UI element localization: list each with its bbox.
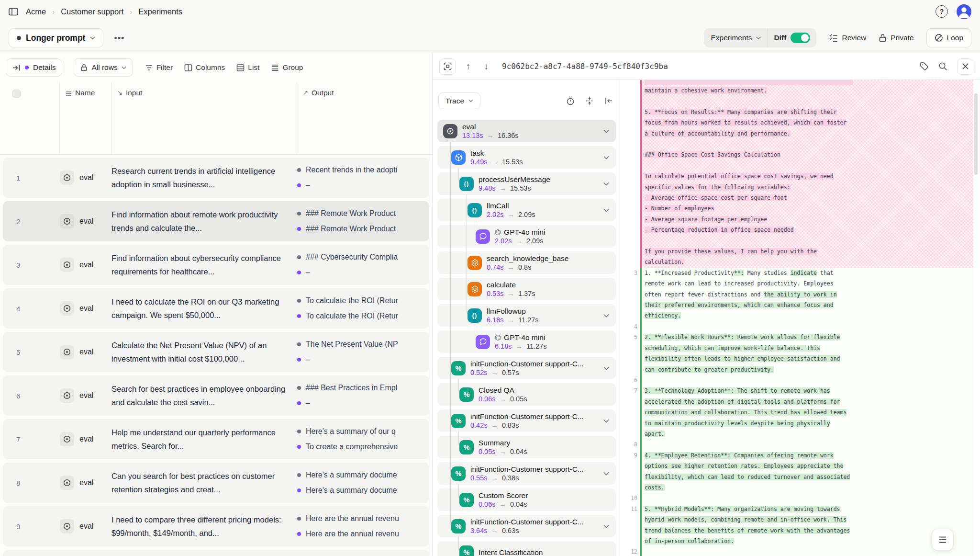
group-button[interactable]: Group [271, 63, 303, 72]
diff-line-text [645, 375, 853, 386]
output-text: – [306, 181, 310, 190]
trace-span-row[interactable]: ⌬ GPT-4o mini 6.18s → 11.27s [437, 330, 616, 353]
collapse-left-icon[interactable] [604, 97, 613, 105]
diff-line-text [645, 236, 853, 246]
trace-span-row[interactable]: ⌬ task 9.49s → 15.53s [437, 146, 616, 169]
table-row[interactable]: 6 eval Search for best practices in empl… [3, 375, 429, 416]
group-icon [271, 64, 279, 72]
output-text: – [306, 399, 310, 408]
column-label: Input [126, 89, 142, 97]
span-duration-comparison: 0.04s [510, 500, 527, 509]
diff-line: 10 [620, 493, 973, 503]
sidebar-toggle-icon[interactable] [9, 8, 18, 16]
table-row[interactable]: 4 eval I need to calculate the ROI on ou… [3, 288, 429, 329]
output-line: Here's a summary of our q [297, 427, 429, 436]
chevron-down-icon[interactable] [603, 314, 609, 318]
trace-span-row[interactable]: () ⌬ processUserMessage 9.48s → 15.53s [437, 172, 616, 195]
trace-span-row[interactable]: % ⌬ Closed QA 0.06s → 0.05s [437, 383, 616, 406]
chevron-down-icon[interactable] [603, 129, 609, 133]
table-row[interactable]: 5 eval Calculate the Net Present Value (… [3, 332, 429, 372]
trace-span-row[interactable]: ⌬ search_knowledge_base 0.74s → 0.8s [437, 251, 616, 274]
openai-icon: ⌬ [495, 333, 501, 342]
trace-span-row[interactable]: ⌬ eval 13.13s → 16.36s [437, 120, 616, 142]
table-toolbar: Details All rows Filter Columns [0, 53, 432, 82]
chevron-down-icon[interactable] [603, 524, 609, 528]
collapse-vertical-icon[interactable] [585, 96, 594, 105]
breadcrumb-section[interactable]: Experiments [138, 7, 182, 16]
help-icon[interactable]: ? [935, 5, 948, 18]
table-row[interactable]: 7 eval Help me understand our quarterly … [3, 419, 429, 459]
trace-span-row[interactable]: ⌬ GPT-4o mini 2.02s → 2.09s [437, 225, 616, 248]
review-button[interactable]: Review [829, 34, 866, 42]
breadcrumb: Acme › Customer support › Experiments [26, 7, 182, 16]
diff-line: If you provide these values, I can help … [620, 246, 973, 257]
select-all-checkbox[interactable] [12, 90, 21, 98]
span-type-icon [476, 335, 490, 349]
diff-toggle[interactable] [791, 33, 810, 43]
table-row[interactable]: 2 eval Find information about remote wor… [3, 201, 429, 241]
chevron-down-icon[interactable] [603, 156, 609, 159]
output-line: – [297, 268, 429, 277]
output-text: Here are the annual revenu [306, 530, 399, 538]
table-row[interactable]: 1 eval Research current trends in artifi… [3, 158, 429, 198]
experiment-selector[interactable]: Longer prompt [9, 28, 103, 47]
output-line: – [297, 181, 429, 190]
expand-trace-button[interactable] [439, 58, 456, 75]
rows-filter-button[interactable]: All rows [74, 58, 133, 77]
table-row[interactable]: 10 eval Research industry standards for … [3, 550, 429, 556]
outline-button[interactable] [932, 529, 954, 551]
trace-span-row[interactable]: % ⌬ initFunction-Customer support-C... 0… [437, 357, 616, 379]
diff-line-number [620, 193, 637, 203]
view-switcher[interactable]: Experiments [704, 34, 767, 42]
table-row[interactable]: 9 eval I need to compare three different… [3, 506, 429, 546]
prev-row-icon[interactable]: ↑ [463, 61, 474, 72]
list-button[interactable]: List [236, 63, 259, 72]
breadcrumb-project[interactable]: Customer support [61, 7, 123, 16]
loop-button[interactable]: Loop [926, 28, 971, 47]
more-options-icon[interactable]: ••• [110, 30, 128, 46]
trace-span-row[interactable]: () ⌬ llmCall 2.02s → 2.09s [437, 199, 616, 221]
private-button[interactable]: Private [879, 34, 913, 42]
chevron-down-icon[interactable] [603, 208, 609, 212]
chevron-down-icon[interactable] [603, 182, 609, 186]
column-header-input[interactable]: ↘ Input [111, 82, 297, 154]
diff-line: 8 [620, 439, 973, 450]
group-label: Group [282, 63, 303, 72]
table-row[interactable]: 3 eval Find information about cybersecur… [3, 245, 429, 285]
breadcrumb-org[interactable]: Acme [26, 7, 46, 16]
details-button[interactable]: Details [6, 58, 62, 77]
filter-button[interactable]: Filter [145, 63, 173, 72]
diff-line-text [645, 96, 853, 106]
arrow-right-icon: → [491, 421, 498, 430]
diff-line-number [620, 139, 637, 149]
span-durations: 2.02s → 2.09s [487, 210, 535, 219]
trace-span-row[interactable]: % ⌬ initFunction-Customer support-C... 3… [437, 515, 616, 537]
column-header-name[interactable]: Name [60, 82, 111, 154]
trace-span-row[interactable]: % ⌬ initFunction-Customer support-C... 0… [437, 409, 616, 432]
table-row[interactable]: 8 eval Can you search for best practices… [3, 463, 429, 503]
trace-span-row[interactable]: % ⌬ Summary 0.05s → 0.04s [437, 436, 616, 458]
column-header-output[interactable]: ↗ Output [297, 82, 432, 154]
trace-span-row[interactable]: % ⌬ Custom Scorer 0.06s → 0.04s [437, 488, 616, 511]
private-label: Private [891, 34, 913, 42]
trace-span-row[interactable]: () ⌬ llmFollowup 6.18s → 11.27s [437, 304, 616, 327]
chevron-down-icon[interactable] [603, 472, 609, 476]
chevron-down-icon[interactable] [603, 366, 609, 370]
span-type-icon [451, 150, 466, 165]
table-header: Name ↘ Input ↗ Output [0, 82, 432, 155]
close-icon[interactable] [957, 58, 973, 75]
trace-span-row[interactable]: % ⌬ initFunction-Customer support-C... 0… [437, 462, 616, 485]
avatar[interactable] [957, 4, 971, 19]
search-icon[interactable] [938, 62, 947, 71]
tag-icon[interactable] [920, 62, 929, 71]
next-row-icon[interactable]: ↓ [481, 61, 492, 72]
columns-button[interactable]: Columns [184, 63, 225, 72]
trace-span-row[interactable]: % ⌬ Intent Classification → [437, 541, 616, 556]
diff-line: - Number of employees [620, 203, 973, 214]
chevron-down-icon[interactable] [603, 419, 609, 423]
output-diff-pane[interactable]: maintain a cohesive work environment.5. … [620, 80, 980, 556]
trace-view-selector[interactable]: Trace [438, 92, 480, 109]
trace-span-row[interactable]: ⌬ calculate 0.53s → 1.37s [437, 278, 616, 300]
stopwatch-icon[interactable] [566, 96, 575, 105]
scrollbar-thumb[interactable] [974, 93, 978, 175]
